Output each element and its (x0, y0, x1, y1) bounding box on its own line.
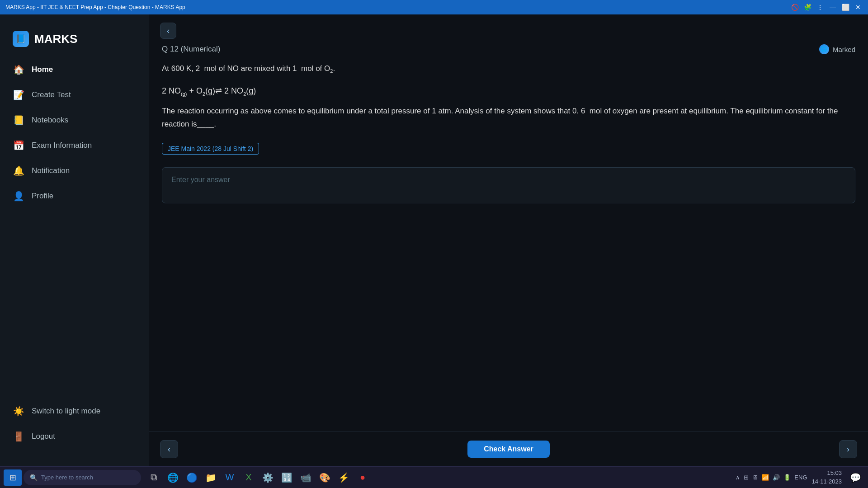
search-icon: 🔍 (30, 474, 38, 481)
marked-badge: 🌐 Marked (819, 44, 855, 54)
clock-time: 15:03 (812, 469, 842, 477)
marked-label: Marked (833, 46, 855, 53)
question-area: Q 12 (Numerical) 🌐 Marked At 600 K, 2 mo… (149, 44, 868, 432)
sidebar-item-light-mode[interactable]: ☀️ Switch to light mode (5, 399, 143, 423)
next-question-button[interactable]: › (839, 440, 857, 458)
tray-battery-icon: 🔋 (783, 474, 791, 481)
taskbar-multidesktop-icon[interactable]: ⧉ (145, 469, 163, 487)
sidebar-item-logout-label: Logout (32, 432, 55, 441)
sidebar-bottom: ☀️ Switch to light mode 🚪 Logout (0, 392, 149, 457)
notification-center-icon[interactable]: 💬 (846, 469, 864, 487)
main-area: 📘 MARKS 🏠 Home 📝 Create Test 📒 Notebooks… (0, 14, 868, 466)
answer-input[interactable] (171, 176, 846, 184)
sidebar-nav: 🏠 Home 📝 Create Test 📒 Notebooks 📅 Exam … (0, 58, 149, 392)
search-input[interactable] (41, 474, 123, 481)
tray-screen-icon: 🖥 (752, 474, 758, 481)
question-number: Q 12 (Numerical) (162, 45, 220, 54)
sidebar-item-notebooks-label: Notebooks (32, 116, 68, 125)
tray-tablet-icon: ⊞ (744, 474, 749, 481)
answer-input-container[interactable] (162, 167, 855, 203)
more-options-icon[interactable]: ⋮ (816, 3, 825, 12)
sidebar-item-create-test[interactable]: 📝 Create Test (5, 83, 143, 107)
taskbar-explorer-icon[interactable]: 📁 (202, 469, 220, 487)
content-area: ‹ Q 12 (Numerical) 🌐 Marked At 600 K, 2 … (149, 14, 868, 466)
chemical-equation: 2 NO(g) + O2(g)⇌ 2 NO2(g) (162, 84, 855, 99)
tray-chevron[interactable]: ∧ (736, 474, 740, 481)
notebooks-icon: 📒 (13, 115, 24, 126)
taskbar-right: ∧ ⊞ 🖥 📶 🔊 🔋 ENG 15:03 14-11-2023 💬 (736, 469, 864, 487)
tray-language: ENG (794, 474, 807, 481)
sidebar-item-exam-info-label: Exam Information (32, 141, 92, 150)
light-mode-icon: ☀️ (13, 406, 24, 417)
create-test-icon: 📝 (13, 89, 24, 100)
content-footer: ‹ Check Answer › (149, 432, 868, 466)
restore-button[interactable]: ⬜ (841, 3, 850, 12)
notification-icon: 🔔 (13, 165, 24, 176)
tray-wifi-icon: 📶 (762, 474, 769, 481)
start-button[interactable]: ⊞ (4, 469, 22, 486)
taskbar-excel-icon[interactable]: X (240, 469, 258, 487)
close-button[interactable]: ✕ (854, 3, 863, 12)
sidebar-item-logout[interactable]: 🚪 Logout (5, 425, 143, 448)
system-tray: ∧ ⊞ 🖥 📶 🔊 🔋 ENG (736, 474, 807, 481)
sidebar: 📘 MARKS 🏠 Home 📝 Create Test 📒 Notebooks… (0, 14, 149, 466)
sidebar-item-profile-label: Profile (32, 192, 53, 201)
question-body: The reaction occurring as above comes to… (162, 105, 855, 131)
taskbar: ⊞ 🔍 ⧉ 🌐 🔵 📁 W X ⚙️ 🔢 📹 🎨 ⚡ ● ∧ ⊞ 🖥 📶 🔊 🔋… (0, 466, 868, 488)
window-controls: 🚫 🧩 ⋮ — ⬜ ✕ (790, 3, 863, 12)
question-meta: Q 12 (Numerical) 🌐 Marked (162, 44, 855, 54)
taskbar-calc-icon[interactable]: 🔢 (278, 469, 296, 487)
marked-icon: 🌐 (819, 44, 829, 54)
taskbar-app1-icon[interactable]: 🎨 (316, 469, 334, 487)
taskbar-chrome-icon[interactable]: 🔵 (183, 469, 201, 487)
logo-text: MARKS (34, 32, 77, 46)
taskbar-edge-icon[interactable]: 🌐 (164, 469, 182, 487)
sidebar-logo: 📘 MARKS (0, 23, 149, 58)
sidebar-item-exam-info[interactable]: 📅 Exam Information (5, 134, 143, 157)
sidebar-item-notification[interactable]: 🔔 Notification (5, 159, 143, 183)
taskbar-settings-icon[interactable]: ⚙️ (259, 469, 277, 487)
sidebar-item-home-label: Home (32, 65, 53, 74)
question-intro: At 600 K, 2 mol of NO are mixed with 1 m… (162, 62, 855, 75)
camera-off-icon: 🚫 (790, 3, 799, 12)
sidebar-item-home[interactable]: 🏠 Home (5, 58, 143, 81)
clock-date: 14-11-2023 (812, 478, 842, 486)
sidebar-item-notification-label: Notification (32, 166, 70, 175)
home-icon: 🏠 (13, 64, 24, 75)
sidebar-item-notebooks[interactable]: 📒 Notebooks (5, 108, 143, 132)
taskbar-chrome2-icon[interactable]: ● (354, 469, 372, 487)
logout-icon: 🚪 (13, 431, 24, 442)
puzzle-icon: 🧩 (803, 3, 812, 12)
sidebar-item-profile[interactable]: 👤 Profile (5, 184, 143, 208)
sidebar-item-create-test-label: Create Test (32, 90, 71, 99)
content-header: ‹ (149, 14, 868, 44)
source-tag: JEE Main 2022 (28 Jul Shift 2) (162, 143, 259, 155)
system-clock[interactable]: 15:03 14-11-2023 (812, 469, 842, 485)
taskbar-word-icon[interactable]: W (221, 469, 239, 487)
taskbar-search[interactable]: 🔍 (24, 470, 141, 485)
tray-volume-icon: 🔊 (773, 474, 780, 481)
check-answer-button[interactable]: Check Answer (467, 441, 550, 458)
sidebar-item-light-mode-label: Switch to light mode (32, 407, 100, 416)
taskbar-zoom-icon[interactable]: 📹 (297, 469, 315, 487)
profile-icon: 👤 (13, 191, 24, 202)
taskbar-app2-icon[interactable]: ⚡ (335, 469, 353, 487)
minimize-button[interactable]: — (828, 3, 837, 12)
logo-icon: 📘 (13, 31, 29, 47)
title-bar: MARKS App - IIT JEE & NEET Prep App - Ch… (0, 0, 868, 14)
title-bar-text: MARKS App - IIT JEE & NEET Prep App - Ch… (5, 4, 185, 10)
taskbar-icons: ⧉ 🌐 🔵 📁 W X ⚙️ 🔢 📹 🎨 ⚡ ● (145, 469, 372, 487)
back-button[interactable]: ‹ (160, 23, 176, 39)
exam-info-icon: 📅 (13, 140, 24, 151)
prev-question-button[interactable]: ‹ (160, 440, 178, 458)
